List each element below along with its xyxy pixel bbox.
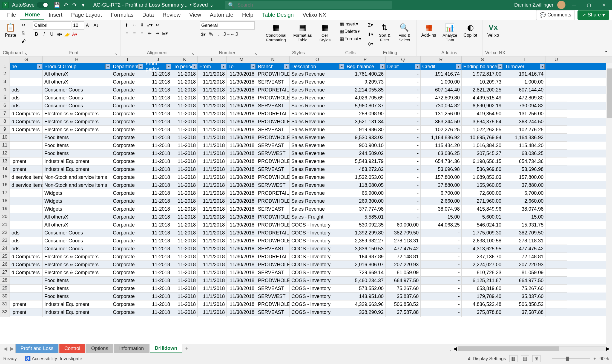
cell[interactable]: - (386, 197, 421, 205)
col-header-s[interactable]: S (462, 56, 503, 63)
row-header[interactable]: 27 (0, 269, 10, 277)
table-row[interactable]: 9d ComputersElectronics & ComputersCorpo… (0, 126, 612, 134)
cell[interactable]: - (386, 126, 421, 134)
cell[interactable]: - (386, 189, 421, 197)
normal-view-icon[interactable]: ▦ (509, 355, 518, 362)
cell[interactable]: 11/30/2018 (227, 181, 256, 189)
cell[interactable]: 11-2018 (172, 197, 198, 205)
accessibility-status[interactable]: ♿ Accessibility: Investigate (25, 356, 82, 362)
sheet-tab-control[interactable]: Control (59, 344, 85, 353)
cell[interactable]: - (386, 134, 421, 142)
cell[interactable]: Corporate (111, 277, 144, 285)
table-row[interactable]: 14ipmentIndustrial EquipmentCorporate11-… (0, 165, 612, 173)
number-launcher-icon[interactable]: ↘ (254, 52, 257, 56)
table-row[interactable]: 20All othersXCorporate11-201811-201811/1… (0, 213, 612, 221)
cell[interactable]: 11-2018 (144, 150, 172, 157)
page-layout-view-icon[interactable]: ▤ (521, 355, 529, 362)
cell[interactable]: 363,244.50 (421, 118, 462, 126)
cell[interactable]: 3,521,131.34 (345, 118, 386, 126)
cell[interactable]: d Computers (10, 118, 43, 126)
comments-button[interactable]: 💬 Comments (536, 10, 575, 20)
row-header[interactable]: 9 (0, 126, 10, 134)
cell[interactable]: Corporate (111, 245, 144, 253)
cell[interactable] (545, 110, 567, 118)
row-header[interactable]: 30 (0, 293, 10, 300)
cell[interactable]: 15.00 (503, 213, 545, 221)
cell[interactable]: 1,000.00 (421, 78, 462, 86)
cell[interactable]: 363,244.50 (503, 118, 545, 126)
cell[interactable]: Corporate (111, 102, 144, 110)
cell[interactable]: SERVEAST (256, 205, 290, 213)
cell[interactable]: Corporate (111, 197, 144, 205)
cell[interactable]: Electronics & Computers (43, 126, 111, 134)
increase-decimal-icon[interactable]: .0→ (223, 31, 230, 38)
cell[interactable]: Industrial Equipment (43, 157, 111, 165)
table-row[interactable]: 22odsConsumer GoodsCorporate11-201811-20… (0, 229, 612, 237)
cell[interactable]: 2,660.00 (503, 197, 545, 205)
cell[interactable]: 477,475.42 (503, 245, 545, 253)
close-icon[interactable]: ✕ (597, 0, 610, 10)
cell[interactable]: 2,821,200.25 (462, 86, 503, 94)
orientation-icon[interactable]: ⤢▾ (146, 21, 153, 28)
cell[interactable]: 11/30/2018 (227, 118, 256, 126)
th-credit[interactable]: Credit▾ (421, 63, 462, 70)
decrease-indent-icon[interactable]: ⇤ (146, 30, 153, 37)
cell[interactable]: 11/1/2018 (198, 197, 227, 205)
cell[interactable]: Consumer Goods (43, 245, 111, 253)
cell[interactable]: PRODWHOLE (256, 261, 290, 269)
cell[interactable]: 483,272.82 (345, 165, 386, 173)
cell[interactable]: PRODWHOLE (256, 118, 290, 126)
cell[interactable]: 38,074.98 (503, 205, 545, 213)
cell[interactable]: 11-2018 (144, 181, 172, 189)
cell[interactable]: All othersX (43, 70, 111, 78)
cell[interactable]: Sales Revenue (290, 189, 345, 197)
cell[interactable]: Consumer Goods (43, 237, 111, 245)
cell[interactable]: Corporate (111, 253, 144, 261)
cell[interactable]: Corporate (111, 213, 144, 221)
table-row[interactable]: 16d service itemsNon-Stock and service i… (0, 181, 612, 189)
cell[interactable]: 11-2018 (144, 269, 172, 277)
cell[interactable]: - (386, 118, 421, 126)
table-row[interactable]: 15d service itemsNon-Stock and service i… (0, 173, 612, 181)
currency-icon[interactable]: $▾ (200, 31, 207, 38)
table-row[interactable]: 24odsConsumer GoodsCorporate11-201811-20… (0, 245, 612, 253)
row-header[interactable]: 2 (0, 70, 10, 78)
cell[interactable]: Sales Revenue (290, 205, 345, 213)
sheet-tab-profit-loss[interactable]: Profit and Loss (15, 344, 59, 353)
col-header-i[interactable]: I (111, 56, 144, 63)
cell[interactable]: Widgets (43, 189, 111, 197)
cell[interactable]: 53,696.98 (421, 165, 462, 173)
comma-icon[interactable]: , (215, 31, 222, 38)
cell[interactable]: 11/1/2018 (198, 118, 227, 126)
cell[interactable] (545, 229, 567, 237)
cell[interactable]: PRODWHOLE (256, 213, 290, 221)
cell[interactable]: 10,209.73 (462, 78, 503, 86)
clipboard-launcher-icon[interactable]: ↘ (24, 52, 27, 56)
cell[interactable]: Consumer Goods (43, 94, 111, 102)
cell[interactable]: 35,837.60 (503, 293, 545, 300)
increase-indent-icon[interactable]: ⇥ (154, 30, 161, 37)
cell[interactable]: 2,016,806.07 (345, 261, 386, 269)
row-header[interactable]: 3 (0, 78, 10, 86)
data-grid[interactable]: 2All othersXCorporate11-201811-201811/1/… (0, 70, 612, 317)
cell[interactable]: 536,969.80 (462, 165, 503, 173)
wrap-text-icon[interactable]: ↩ (154, 21, 161, 28)
cell[interactable]: Sales Revenue (290, 181, 345, 189)
cell[interactable]: Corporate (111, 86, 144, 94)
table-row[interactable]: 7d ComputersElectronics & ComputersCorpo… (0, 110, 612, 118)
cell[interactable]: 477,475.42 (386, 245, 421, 253)
th-to-period[interactable]: To period▾ (172, 63, 198, 70)
cell[interactable]: Food items (43, 134, 111, 142)
table-row[interactable]: 25d ComputersElectronics & ComputersCorp… (0, 253, 612, 261)
row-header[interactable]: 28 (0, 277, 10, 285)
conditional-formatting-button[interactable]: ▦Conditional Formatting (263, 21, 289, 43)
select-all-corner[interactable] (0, 56, 10, 63)
cell[interactable]: ods (10, 94, 43, 102)
row-header[interactable]: 25 (0, 253, 10, 261)
cell[interactable]: 60,000.00 (386, 221, 421, 229)
cell[interactable]: Food items (43, 285, 111, 293)
avatar[interactable] (557, 1, 565, 9)
cell[interactable]: Corporate (111, 126, 144, 134)
cell[interactable]: SERVWEST (256, 150, 290, 157)
cell[interactable]: PRODRETAIL (256, 110, 290, 118)
